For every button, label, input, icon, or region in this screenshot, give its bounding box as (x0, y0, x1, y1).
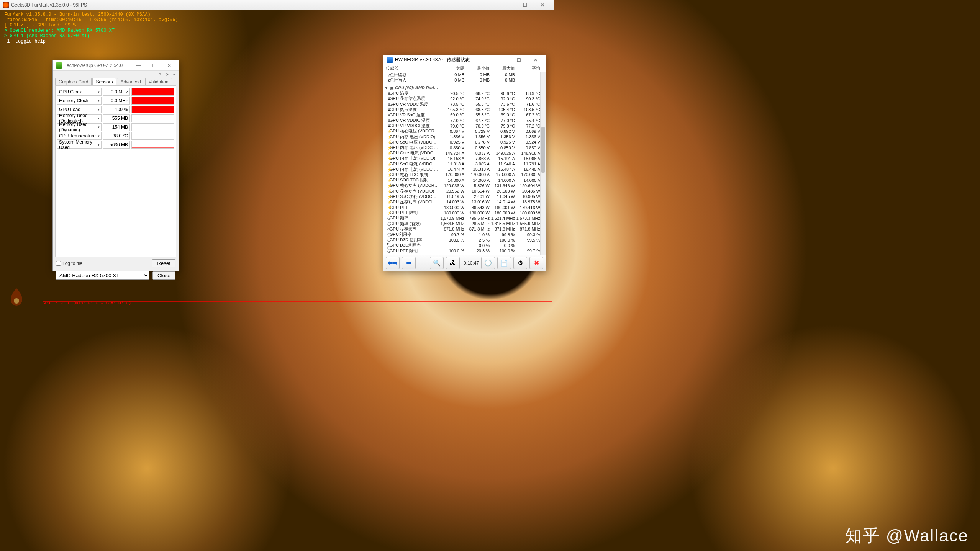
sensor-value: 75.4 °C (515, 118, 540, 123)
sensor-value: 2.401 W (464, 194, 490, 199)
col-avg[interactable]: 平均 (515, 65, 540, 71)
sensor-reading-row[interactable]: ⚡GPU 内存 电压 (VDDCI_M...0.850 V0.850 V0.85… (383, 145, 546, 150)
col-sensor[interactable]: 传感器 (383, 65, 439, 71)
scrollbar[interactable] (540, 72, 546, 255)
sensor-reading-row[interactable]: 🌡GPU VR VDDC 温度73.5 °C55.5 °C73.6 °C71.6… (383, 101, 546, 107)
settings-icon[interactable]: ⚙ (513, 257, 527, 269)
sensor-graph (131, 123, 174, 131)
sensor-reading-row[interactable]: ⚡GPU PPT180.000 W36.543 W180.001 W179.41… (383, 205, 546, 210)
sensor-name: GPU D3D 使用率 (389, 237, 439, 243)
hwi-close-button[interactable]: ✕ (527, 56, 544, 65)
chevron-down-icon[interactable]: ▾ (98, 134, 100, 138)
gpu-select[interactable]: AMD Radeon RX 5700 XT (56, 271, 149, 280)
nav-next-icon[interactable]: ⇨ (402, 257, 416, 269)
sensor-reading-row[interactable]: ◷GPU 频率1,570.9 MHz795.5 MHz1,621.4 MHz1,… (383, 216, 546, 221)
sensor-name[interactable]: System Memory Used▾ (57, 141, 102, 149)
sensor-value: 105.3 °C (439, 107, 464, 112)
sensor-reading-row[interactable]: ◷GPU 频率 (有效)1,566.6 MHz28.5 MHz1,615.5 M… (383, 221, 546, 226)
sensor-value: 100.0 % (490, 238, 515, 242)
tab-sensors[interactable]: Sensors (92, 78, 116, 85)
sensor-name: GPU SoC 电流 (VDDCR_S... (389, 161, 439, 167)
save-icon[interactable]: 📄 (497, 257, 511, 269)
gpuz-titlebar[interactable]: TechPowerUp GPU-Z 2.54.0 — ☐ ✕ (53, 60, 179, 71)
network-icon[interactable]: 🖧 (446, 257, 460, 269)
sensor-reading-row[interactable]: 🌡GPU VR SoC 温度69.0 °C55.3 °C69.0 °C67.2 … (383, 112, 546, 118)
chevron-down-icon[interactable]: ▾ (98, 143, 100, 147)
sensor-name[interactable]: Memory Used (Dynamic)▾ (57, 123, 102, 131)
col-max[interactable]: 最大值 (490, 65, 515, 71)
collapse-icon[interactable]: ▾ (383, 86, 389, 90)
menu-icon[interactable]: ≡ (173, 72, 175, 77)
refresh-icon[interactable]: ⟳ (166, 72, 169, 77)
sensor-reading-row[interactable]: ⚡GPU Core 电流 (VDDCR_G...149.724 A8.037 A… (383, 150, 546, 156)
sensor-reading-row[interactable]: 🌡GPU VR VDDIO 温度77.0 °C67.3 °C77.0 °C75.… (383, 118, 546, 123)
tab-graphics-card[interactable]: Graphics Card (55, 78, 92, 85)
sensor-reading-row[interactable]: ⚡GPU 内存 电流 (VDDCI_M...16.474 A15.313 A16… (383, 167, 546, 172)
sensor-name[interactable]: GPU Clock▾ (57, 88, 102, 96)
nav-prev-icon[interactable]: ⇦⇨ (386, 257, 400, 269)
sensor-reading-row[interactable]: ⚡GPU SoC 电压 (VDDCR_S...0.925 V0.778 V0.9… (383, 139, 546, 145)
clock-icon[interactable]: 🕒 (481, 257, 495, 269)
sensor-row: System Memory Used▾5630 MB (57, 140, 174, 149)
sensor-reading-row[interactable]: ⚡GPU SoC 电流 (VDDCR_S...11.913 A3.085 A11… (383, 161, 546, 167)
hwi-maximize-button[interactable]: ☐ (510, 56, 527, 65)
sensor-reading-row[interactable]: ⚡GPU 显存功率 (VDDIO)20.552 W10.664 W20.603 … (383, 188, 546, 194)
tab-advanced[interactable]: Advanced (117, 78, 144, 85)
sensor-reading-row[interactable]: ⚡GPU 核心电压 (VDDCR_GFX)0.867 V0.729 V0.892… (383, 129, 546, 134)
chevron-down-icon[interactable]: ▾ (98, 108, 100, 111)
close-button-gpuz[interactable]: Close (152, 271, 175, 280)
sensor-reading-row[interactable]: ◷GPU 显存频率871.8 MHz871.8 MHz871.8 MHz871.… (383, 226, 546, 232)
sensor-value: 5630 MB (103, 141, 130, 149)
screenshot-icon[interactable]: ⎙ (159, 72, 161, 77)
col-min[interactable]: 最小值 (464, 65, 490, 71)
sensor-reading-row[interactable]: ⚡GPU 内存 电流 (VDDIO)15.153 A7.863 A15.191 … (383, 156, 546, 161)
chevron-down-icon[interactable]: ▾ (98, 125, 100, 129)
watermark: 知乎 @Wallace (845, 525, 969, 547)
sensor-reading-row[interactable]: 🌡GPU 热点温度105.3 °C68.3 °C105.4 °C103.5 °C (383, 107, 546, 112)
maximize-button[interactable]: ☐ (516, 1, 534, 9)
log-checkbox-input[interactable] (56, 261, 61, 266)
hwi-minimize-button[interactable]: — (493, 56, 510, 65)
search-icon[interactable]: 🔍 (430, 257, 444, 269)
hwinfo-titlebar[interactable]: HWiNFO64 v7.30-4870 - 传感器状态 — ☐ ✕ (383, 55, 546, 65)
sensor-value: 99.3 % (515, 232, 540, 237)
sensor-reading-row[interactable]: 🌡GPU 温度90.5 °C68.2 °C90.6 °C88.9 °C (383, 91, 546, 96)
sensor-group-header[interactable]: ▾▣GPU [#0]: AMD Radeon R... (383, 85, 546, 90)
minimize-button[interactable]: — (498, 1, 516, 9)
sensor-value: 795.5 MHz (464, 216, 490, 221)
sensor-reading-row[interactable]: ▸ ◷GPU D3D利用率0.0 %0.0 % (383, 243, 546, 248)
close-button[interactable]: ✕ (534, 1, 551, 9)
log-to-file-checkbox[interactable]: Log to file (56, 261, 82, 266)
chevron-down-icon[interactable]: ▾ (98, 99, 100, 103)
chevron-down-icon[interactable]: ▾ (98, 116, 100, 120)
sensor-reading-row[interactable]: ⚡GPU 核心功率 (VDDCR_GFX)129.936 W5.876 W131… (383, 183, 546, 188)
sensor-reading-row[interactable]: ⚡GPU 内存 电压 (VDDIO)1.356 V1.356 V1.356 V1… (383, 134, 546, 139)
exit-icon[interactable]: ✖ (529, 257, 543, 269)
gpuz-minimize-button[interactable]: — (131, 60, 146, 70)
reset-button[interactable]: Reset (152, 259, 175, 267)
sensor-type-icon: ⊘ (383, 73, 389, 77)
sensor-reading-row[interactable]: ⚡GPU SoC 功耗 (VDDCR_S...11.019 W2.401 W11… (383, 194, 546, 199)
sensor-reading-row[interactable]: 🌡GPU 显存结点温度92.0 °C74.0 °C92.0 °C90.3 °C (383, 96, 546, 101)
sensor-reading-row[interactable]: ⊘总计写入0 MB0 MB0 MB (383, 77, 546, 83)
sensor-reading-row[interactable]: ⚡GPU PPT 限制180.000 W180.000 W180.000 W18… (383, 210, 546, 216)
gpuz-maximize-button[interactable]: ☐ (146, 60, 162, 70)
sensor-reading-row[interactable]: ◷GPU利用率99.7 %1.0 %99.8 %99.3 % (383, 232, 546, 237)
sensor-reading-row[interactable]: ◷GPU PPT 限制100.0 %20.3 %100.0 %99.7 % (383, 248, 546, 253)
sensor-name[interactable]: Memory Clock▾ (57, 97, 102, 105)
sensor-reading-row[interactable]: ⊘总计读取0 MB0 MB0 MB (383, 72, 546, 77)
sensor-reading-row[interactable]: ⚡GPU 核心 TDC 限制170.000 A170.000 A170.000 … (383, 172, 546, 177)
sensor-name[interactable]: GPU Load▾ (57, 106, 102, 113)
col-current[interactable]: 实际 (439, 65, 464, 71)
sensor-reading-row[interactable]: ⚡GPU 显存功率 (VDDCI_MEM)14.003 W13.016 W14.… (383, 199, 546, 204)
sensor-reading-row[interactable]: 🌡GPU VR VDDCI 温度79.0 °C70.0 °C79.0 °C77.… (383, 123, 546, 129)
sensor-reading-row[interactable]: ⚡GPU SOC TDC 限制14.000 A14.000 A14.000 A1… (383, 178, 546, 183)
gpuz-close-button[interactable]: ✕ (162, 60, 177, 70)
sensor-reading-row[interactable]: ◷GPU D3D 使用率100.0 %2.5 %100.0 %99.5 % (383, 237, 546, 243)
sensor-name[interactable]: CPU Temperature▾ (57, 132, 102, 140)
sensor-name[interactable]: Memory Used (Dedicated)▾ (57, 114, 102, 122)
furmark-titlebar[interactable]: Geeks3D FurMark v1.35.0.0 - 96FPS — ☐ ✕ (0, 0, 554, 10)
tab-validation[interactable]: Validation (145, 78, 172, 85)
scrollbar-thumb[interactable] (541, 127, 545, 173)
chevron-down-icon[interactable]: ▾ (98, 90, 100, 94)
